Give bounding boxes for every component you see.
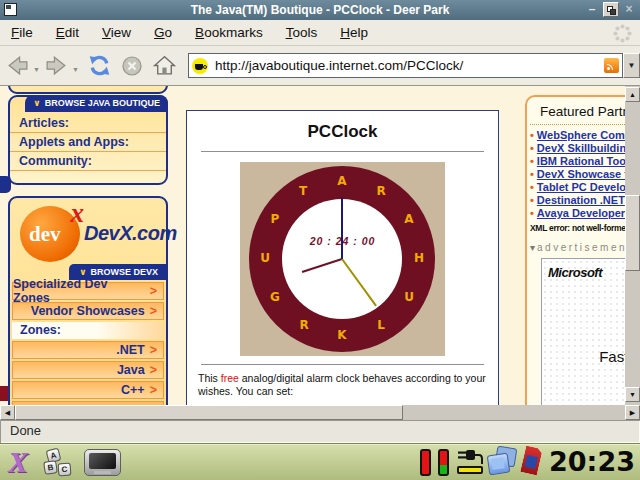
site-favicon-icon: [192, 58, 208, 74]
devx-logo[interactable]: dev x DevX.com: [16, 204, 160, 266]
partner-link-text: WebSphere Comm: [537, 129, 635, 141]
pcclock-applet[interactable]: ARAHULKRGUPT 20 : 24 : 00: [240, 162, 445, 356]
battery-icon[interactable]: [420, 449, 431, 476]
advertisement-text: advertisement: [537, 242, 632, 253]
battery-charge-icon[interactable]: [438, 449, 449, 476]
chevron-right-icon: >: [150, 304, 157, 318]
url-input[interactable]: http://javaboutique.internet.com/PCClock…: [215, 58, 604, 73]
scroll-down-button[interactable]: ▼: [625, 387, 640, 402]
x11-icon[interactable]: X: [8, 445, 28, 479]
scroll-up-button[interactable]: ▲: [625, 87, 640, 102]
bullet-icon: •: [530, 181, 534, 193]
stop-button[interactable]: [120, 54, 144, 78]
back-button[interactable]: [5, 53, 30, 78]
url-bar[interactable]: http://javaboutique.internet.com/PCClock…: [188, 53, 623, 78]
sidebar-item-articles[interactable]: Articles:: [10, 114, 166, 133]
page-content: PCClock ARAHULKRGUPT 20 : 24 : 00 This f…: [186, 110, 499, 405]
menu-item-help[interactable]: Help: [340, 25, 368, 40]
scroll-right-button[interactable]: ▶: [625, 405, 640, 420]
menu-item-tools[interactable]: Tools: [286, 25, 318, 40]
power-bar-indicator: [457, 466, 483, 474]
sidebar-item-applets-and-apps[interactable]: Applets and Apps:: [10, 133, 166, 152]
clock-second-hand: [341, 197, 343, 259]
horizontal-scroll-thumb[interactable]: [15, 405, 403, 420]
rss-icon[interactable]: [604, 58, 619, 73]
back-dropdown-caret[interactable]: ▼: [33, 66, 40, 73]
browser-viewport: ∨BROWSE JAVA BOUTIQUE Articles:Applets a…: [0, 86, 640, 405]
partner-link-devx-skillbuilding[interactable]: •DevX Skillbuilding: [527, 142, 640, 155]
tab-chevron-icon: ∨: [79, 267, 86, 277]
status-text: Done: [0, 420, 640, 438]
back-icon: [5, 53, 30, 78]
partner-link-devx-showcase-f[interactable]: •DevX Showcase f: [527, 168, 640, 181]
bullet-icon: •: [530, 207, 534, 219]
forward-dropdown-caret[interactable]: ▼: [72, 66, 79, 73]
bullet-icon: •: [530, 142, 534, 154]
partner-link-text: Avaya Developer: [537, 207, 625, 219]
partner-link-tablet-pc-develop[interactable]: •Tablet PC Develop: [527, 181, 640, 194]
menu-item-file[interactable]: File: [11, 25, 33, 40]
clock-letter: T: [298, 184, 308, 198]
title-bar: The Java(TM) Boutique - PCClock - Deer P…: [0, 0, 640, 20]
partner-link-ibm-rational-tools[interactable]: •IBM Rational Tools: [527, 155, 640, 168]
url-dropdown-button[interactable]: ▼: [623, 53, 640, 78]
clock-letter: R: [376, 184, 386, 198]
sd-card-icon[interactable]: [520, 445, 543, 475]
chevron-right-icon: >: [150, 343, 157, 357]
description-text: analog/digital alarm clock behaves accor…: [198, 372, 486, 397]
divider: [201, 151, 484, 152]
terminal-icon[interactable]: [84, 449, 121, 476]
power-plug-icon[interactable]: [456, 447, 484, 465]
partner-link-text: Destination .NET: [537, 194, 625, 206]
clock-letter: R: [299, 318, 309, 332]
home-icon: [152, 53, 177, 78]
featured-partners-heading: Featured Partn: [527, 97, 640, 124]
minimize-button[interactable]: –: [584, 2, 600, 17]
status-bar: Done: [0, 420, 640, 443]
browse-devx-label: BROWSE DEVX: [90, 267, 158, 277]
menu-item-go[interactable]: Go: [154, 25, 172, 40]
partner-link-avaya-developer[interactable]: •Avaya Developer: [527, 207, 640, 220]
partner-link-destination-net[interactable]: •Destination .NET: [527, 194, 640, 207]
sidebar-item-net[interactable]: .NET>: [12, 341, 164, 359]
window-title: The Java(TM) Boutique - PCClock - Deer P…: [0, 3, 640, 17]
devx-ball-x: x: [71, 198, 85, 229]
browse-java-boutique-label: BROWSE JAVA BOUTIQUE: [45, 98, 160, 108]
close-button[interactable]: ×: [621, 2, 637, 17]
featured-partners-box: Featured Partn •WebSphere Comm•DevX Skil…: [525, 95, 640, 405]
maximize-button[interactable]: [603, 2, 619, 17]
windows-icon[interactable]: [488, 447, 520, 477]
partner-link-websphere-comm[interactable]: •WebSphere Comm: [527, 129, 640, 142]
devx-rows: Specialized Dev Zones>Vendor Showcases>Z…: [12, 282, 164, 405]
clock-letter: U: [260, 251, 270, 265]
menu-item-view[interactable]: View: [102, 25, 131, 40]
clock-letter: P: [270, 212, 280, 226]
window-icon: [4, 3, 17, 16]
sidebar-item-community[interactable]: Community:: [10, 152, 166, 171]
applet-description: This free analog/digital alarm clock beh…: [187, 372, 498, 398]
bullet-icon: •: [530, 155, 534, 167]
sidebar-item-specialized-dev-zones[interactable]: Specialized Dev Zones>: [12, 282, 164, 300]
java-boutique-items: Articles:Applets and Apps:Community:: [10, 114, 166, 171]
home-button[interactable]: [152, 53, 177, 78]
clock-letter: H: [414, 251, 424, 265]
xml-error-text: XML error: not well-formed: [527, 220, 640, 233]
menu-item-edit[interactable]: Edit: [56, 25, 79, 40]
menu-item-bookmarks[interactable]: Bookmarks: [195, 25, 263, 40]
partner-link-text: Tablet PC Develop: [537, 181, 633, 193]
scroll-left-button[interactable]: ◀: [0, 405, 15, 420]
sidebar-item-java[interactable]: Java>: [12, 361, 164, 379]
browse-java-boutique-tab[interactable]: ∨BROWSE JAVA BOUTIQUE: [25, 95, 168, 112]
reload-button[interactable]: [87, 53, 112, 78]
horizontal-scrollbar[interactable]: ◀ ▶: [0, 405, 640, 420]
clock-letter: G: [270, 290, 280, 304]
description-text: This: [198, 372, 221, 384]
forward-icon: [44, 53, 69, 78]
vertical-scrollbar[interactable]: ▲ ▼: [625, 86, 640, 405]
vertical-scroll-thumb[interactable]: [625, 195, 640, 271]
advertisement-label: ▾advertisement: [527, 233, 640, 258]
forward-button[interactable]: [44, 53, 69, 78]
sidebar-item-c[interactable]: C++>: [12, 381, 164, 399]
keyboard-icon[interactable]: ABC: [44, 449, 78, 477]
sidebar-item-vendor-showcases[interactable]: Vendor Showcases>: [12, 302, 164, 320]
